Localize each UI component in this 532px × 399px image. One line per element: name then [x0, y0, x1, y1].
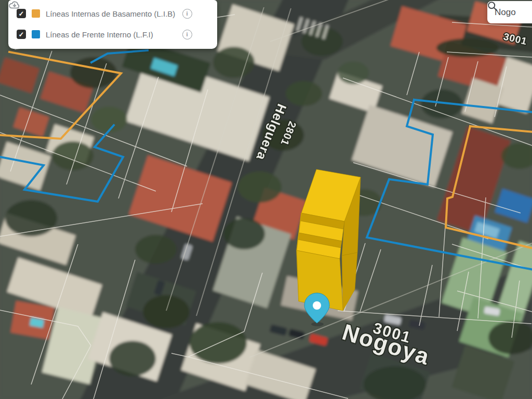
search-icon [487, 1, 498, 11]
info-icon: i [182, 9, 192, 19]
lfi-color-swatch [32, 30, 40, 38]
lfi-layer-label: Líneas de Frente Interno (L.F.I) [46, 30, 176, 39]
lfi-download-button[interactable] [198, 29, 210, 40]
search-box[interactable] [487, 1, 532, 23]
lib-layer-label: Líneas Internas de Basamento (L.I.B) [46, 9, 176, 18]
map-viewport[interactable]: Helguera 2801 3001 Nogoya 3001 ✓ Líneas … [0, 0, 532, 399]
layer-row-lib[interactable]: ✓ Líneas Internas de Basamento (L.I.B) i [17, 7, 210, 20]
search-input[interactable] [494, 7, 526, 18]
info-icon: i [182, 30, 192, 39]
layer-row-lfi[interactable]: ✓ Líneas de Frente Interno (L.F.I) i [17, 28, 210, 41]
lfi-info-button[interactable]: i [181, 29, 193, 40]
cloud-download-icon [8, 0, 21, 10]
lib-download-button[interactable] [198, 8, 210, 19]
lfi-checkbox[interactable]: ✓ [17, 30, 26, 39]
map-canvas[interactable]: Helguera 2801 3001 Nogoya 3001 [0, 0, 532, 399]
layers-panel: ✓ Líneas Internas de Basamento (L.I.B) i… [8, 0, 217, 49]
lib-checkbox[interactable]: ✓ [17, 9, 26, 18]
lib-color-swatch [32, 9, 40, 18]
lib-info-button[interactable]: i [181, 8, 193, 19]
